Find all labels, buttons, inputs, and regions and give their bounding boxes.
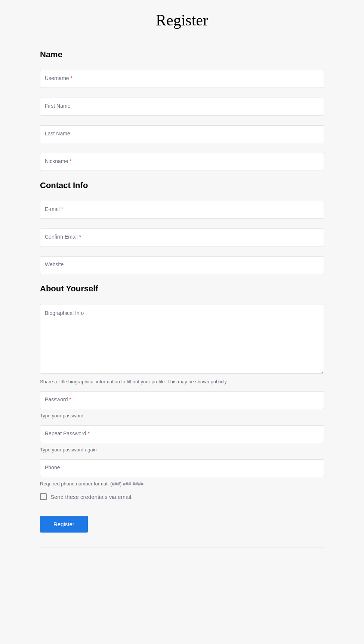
bio-field-wrapper: [40, 304, 324, 375]
confirm-email-field-wrapper: Confirm Email *: [40, 229, 324, 246]
phone-help-text: Required phone number format: (###) ###-…: [40, 481, 324, 487]
section-heading-contact: Contact Info: [40, 181, 324, 190]
username-field-wrapper: Username *: [40, 70, 324, 88]
send-credentials-label: Send these credentials via email.: [50, 494, 133, 500]
bottom-divider: [40, 548, 324, 548]
last-name-input[interactable]: [40, 125, 324, 143]
section-heading-name: Name: [40, 50, 324, 59]
confirm-email-input[interactable]: [40, 229, 324, 246]
repeat-password-input[interactable]: [40, 425, 324, 443]
first-name-input[interactable]: [40, 98, 324, 116]
email-input[interactable]: [40, 201, 324, 219]
send-credentials-row: Send these credentials via email.: [40, 493, 324, 500]
section-heading-about: About Yourself: [40, 284, 324, 294]
register-button[interactable]: Register: [40, 516, 88, 533]
phone-field-wrapper: Phone: [40, 459, 324, 477]
nickname-input[interactable]: [40, 153, 324, 171]
first-name-field-wrapper: First Name: [40, 98, 324, 116]
repeat-password-help-text: Type your password again: [40, 447, 324, 453]
last-name-field-wrapper: Last Name: [40, 125, 324, 143]
repeat-password-field-wrapper: Repeat Password *: [40, 425, 324, 443]
password-input[interactable]: [40, 391, 324, 409]
username-input[interactable]: [40, 70, 324, 88]
website-field-wrapper: Website: [40, 256, 324, 274]
password-field-wrapper: Password *: [40, 391, 324, 409]
bio-textarea[interactable]: [40, 304, 324, 374]
website-input[interactable]: [40, 256, 324, 274]
phone-input[interactable]: [40, 459, 324, 477]
bio-help-text: Share a little biographical information …: [40, 379, 324, 384]
password-help-text: Type your password: [40, 413, 324, 418]
nickname-field-wrapper: Nickname *: [40, 153, 324, 171]
page-title: Register: [40, 11, 324, 29]
send-credentials-checkbox[interactable]: [40, 493, 47, 500]
email-field-wrapper: E-mail *: [40, 201, 324, 219]
